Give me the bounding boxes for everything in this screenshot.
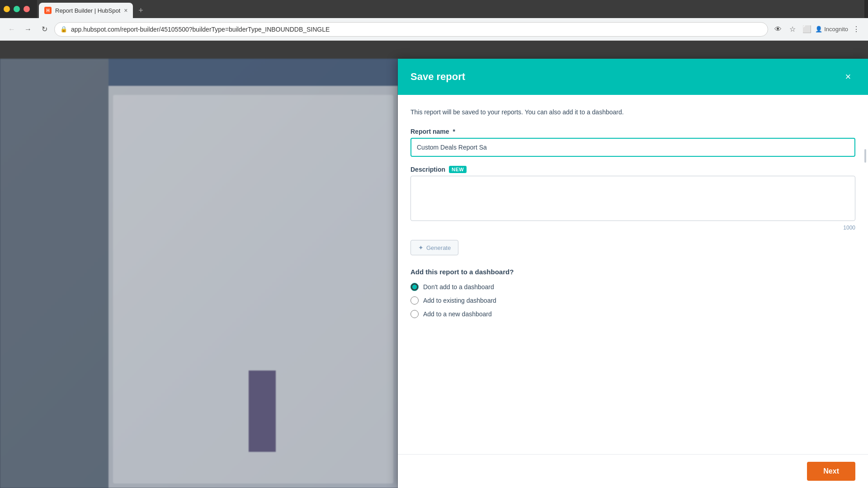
radio-existing-dashboard[interactable]: Add to existing dashboard bbox=[410, 296, 855, 305]
navigation-bar: ← → ↻ 🔒 app.hubspot.com/report-builder/4… bbox=[0, 18, 868, 41]
person-icon: 👤 bbox=[815, 26, 822, 33]
radio-new-dashboard[interactable]: Add to a new dashboard bbox=[410, 310, 855, 318]
active-tab[interactable]: H Report Builder | HubSpot × bbox=[39, 3, 133, 18]
hubspot-favicon: H bbox=[44, 7, 52, 14]
dashboard-section-title: Add this report to a dashboard? bbox=[410, 268, 855, 276]
report-name-label-text: Report name bbox=[410, 128, 449, 135]
url-text: app.hubspot.com/report-builder/45105500?… bbox=[71, 26, 762, 33]
nav-actions: 👁 ☆ ⬜ 👤 Incognito ⋮ bbox=[772, 23, 863, 36]
radio-existing-dashboard-label: Add to existing dashboard bbox=[423, 297, 496, 304]
report-name-group: Report name * bbox=[410, 128, 855, 157]
radio-no-dashboard-input[interactable] bbox=[410, 283, 419, 291]
radio-new-dashboard-input[interactable] bbox=[410, 310, 419, 318]
window-controls bbox=[4, 6, 30, 12]
tab-close-button[interactable]: × bbox=[124, 7, 127, 14]
tab-title: Report Builder | HubSpot bbox=[55, 7, 120, 14]
generate-button[interactable]: ✦ Generate bbox=[410, 240, 458, 255]
generate-button-label: Generate bbox=[426, 244, 451, 251]
incognito-label: Incognito bbox=[824, 26, 848, 33]
modal-body: This report will be saved to your report… bbox=[398, 95, 868, 454]
eye-slash-icon[interactable]: 👁 bbox=[772, 23, 784, 36]
next-button[interactable]: Next bbox=[807, 462, 855, 481]
scrollbar[interactable] bbox=[864, 149, 866, 163]
close-window-button[interactable] bbox=[24, 6, 30, 12]
bookmark-star-icon[interactable]: ☆ bbox=[786, 23, 799, 36]
menu-button[interactable]: ⋮ bbox=[850, 23, 863, 36]
new-badge: NEW bbox=[449, 166, 467, 173]
modal-close-button[interactable]: × bbox=[841, 70, 855, 84]
modal-header: Save report × bbox=[398, 59, 868, 95]
split-view-icon[interactable]: ⬜ bbox=[801, 23, 813, 36]
radio-no-dashboard[interactable]: Don't add to a dashboard bbox=[410, 283, 855, 291]
dashboard-radio-group: Don't add to a dashboard Add to existing… bbox=[410, 283, 855, 318]
radio-new-dashboard-label: Add to a new dashboard bbox=[423, 310, 492, 318]
sparkle-icon: ✦ bbox=[418, 244, 424, 251]
required-indicator: * bbox=[453, 128, 455, 135]
description-group: Description NEW 1000 bbox=[410, 166, 855, 231]
description-label-text: Description bbox=[410, 166, 445, 173]
refresh-button[interactable]: ↻ bbox=[38, 23, 51, 36]
report-name-input[interactable] bbox=[410, 138, 855, 157]
lock-icon: 🔒 bbox=[60, 26, 67, 33]
title-bar: H Report Builder | HubSpot × + bbox=[0, 0, 868, 18]
back-button[interactable]: ← bbox=[5, 23, 18, 36]
forward-button[interactable]: → bbox=[22, 23, 34, 36]
background-content bbox=[0, 59, 398, 488]
save-report-modal: Save report × This report will be saved … bbox=[398, 59, 868, 488]
minimize-button[interactable] bbox=[4, 6, 10, 12]
radio-no-dashboard-label: Don't add to a dashboard bbox=[423, 283, 494, 291]
description-textarea[interactable] bbox=[410, 176, 855, 221]
new-tab-button[interactable]: + bbox=[133, 3, 148, 18]
modal-footer: Next bbox=[398, 454, 868, 488]
modal-description: This report will be saved to your report… bbox=[410, 108, 855, 117]
modal-title: Save report bbox=[410, 71, 465, 83]
radio-existing-dashboard-input[interactable] bbox=[410, 296, 419, 305]
tabs-bar: H Report Builder | HubSpot × + bbox=[37, 0, 864, 18]
address-bar[interactable]: 🔒 app.hubspot.com/report-builder/4510550… bbox=[54, 22, 768, 37]
incognito-badge: 👤 Incognito bbox=[815, 26, 848, 33]
description-label: Description NEW bbox=[410, 166, 855, 173]
char-count: 1000 bbox=[410, 225, 855, 231]
maximize-button[interactable] bbox=[14, 6, 20, 12]
dashboard-section: Add this report to a dashboard? Don't ad… bbox=[410, 268, 855, 318]
report-name-label: Report name * bbox=[410, 128, 855, 135]
